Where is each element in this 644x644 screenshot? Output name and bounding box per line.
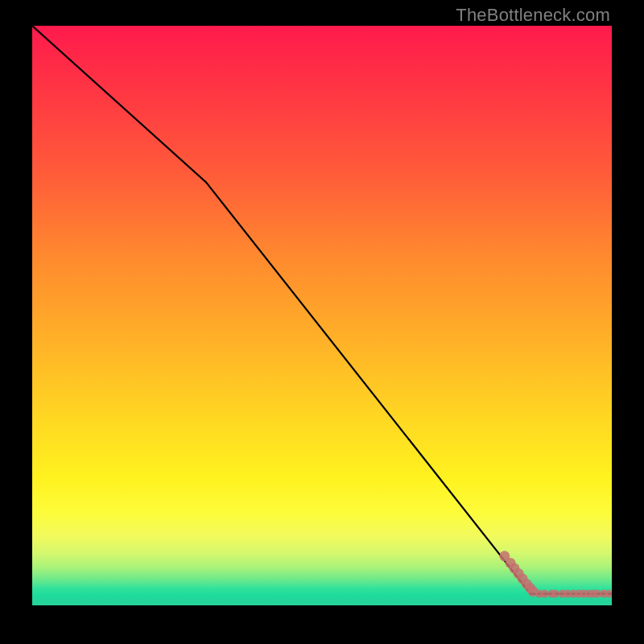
data-point: [551, 590, 559, 598]
points-descending: [499, 551, 538, 597]
curve-line: [32, 26, 612, 594]
chart-frame: TheBottleneck.com: [0, 0, 644, 644]
watermark-text: TheBottleneck.com: [456, 5, 610, 26]
chart-overlay: [32, 26, 612, 605]
plot-area: [32, 26, 612, 605]
points-flat: [535, 590, 612, 598]
data-point: [541, 590, 549, 598]
